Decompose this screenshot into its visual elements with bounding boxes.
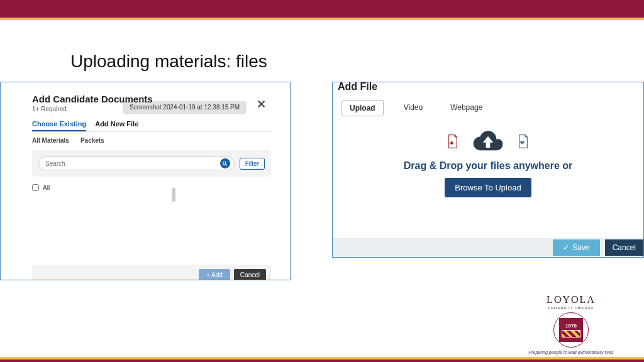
cancel-button[interactable]: Cancel	[234, 269, 266, 280]
seal-shield-icon	[562, 330, 580, 337]
loyola-branding: LOYOLA UNIVERSITY CHICAGO 1870 Preparing…	[508, 294, 634, 354]
tab-choose-existing[interactable]: Choose Existing	[32, 120, 86, 131]
modal-footer-right: ✓ Save Cancel	[333, 238, 643, 257]
logo-subtitle: UNIVERSITY CHICAGO	[508, 306, 634, 310]
screenshot-add-file: Add File Upload Video Webpage A	[332, 82, 644, 258]
university-seal: 1870	[553, 312, 589, 348]
secondary-tabs: All Materials Packets	[32, 137, 271, 144]
slide-title: Uploading materials: files	[70, 52, 267, 72]
svg-text:A: A	[450, 140, 453, 145]
browse-to-upload-button[interactable]: Browse To Upload	[445, 178, 531, 197]
modal-footer-left: + Add Cancel	[32, 265, 271, 280]
tab-webpage[interactable]: Webpage	[443, 100, 490, 116]
svg-text:W: W	[520, 140, 525, 145]
tab-add-new-file[interactable]: Add New File	[95, 120, 138, 131]
dropzone[interactable]: A W Drag & Drop your files anywhere or B…	[333, 126, 643, 197]
modal-title: Add File	[338, 82, 377, 92]
select-all-label: All	[43, 184, 50, 191]
search-icon[interactable]	[220, 158, 230, 168]
save-button[interactable]: ✓ Save	[553, 239, 599, 256]
tab-all-materials[interactable]: All Materials	[32, 137, 69, 144]
upload-tabs: Upload Video Webpage	[341, 100, 490, 116]
filter-button[interactable]: Filter	[240, 158, 265, 170]
footer-maroon-band	[0, 359, 644, 362]
seal-year: 1870	[565, 323, 577, 329]
modal-title: Add Candidate Documents	[32, 94, 271, 104]
primary-tabs: Choose Existing Add New File	[32, 120, 271, 132]
cancel-button[interactable]: Cancel	[605, 239, 643, 256]
search-row: Filter	[32, 150, 271, 177]
svg-line-1	[226, 164, 227, 165]
screenshot-add-candidate-documents: ✕ Screenshot 2024-01-19 at 12.38.15 PM A…	[0, 82, 291, 280]
drag-drop-text: Drag & Drop your files anywhere or	[404, 160, 573, 172]
tab-video[interactable]: Video	[396, 100, 430, 116]
cloud-upload-icon	[470, 129, 506, 154]
tab-upload[interactable]: Upload	[341, 100, 384, 116]
select-all-row: All	[32, 184, 271, 191]
search-input[interactable]	[45, 160, 220, 167]
logo-name: LOYOLA	[508, 294, 634, 305]
tagline: Preparing people to lead extraordinary l…	[508, 350, 634, 354]
tab-packets[interactable]: Packets	[80, 137, 104, 144]
word-icon: W	[517, 134, 530, 149]
modal-subtitle: 1+ Required	[32, 106, 271, 112]
check-icon: ✓	[563, 243, 569, 252]
header-gold-band	[0, 18, 644, 20]
select-all-checkbox[interactable]	[32, 184, 39, 191]
header-maroon-band	[0, 0, 644, 18]
pdf-icon: A	[447, 134, 459, 149]
scrollbar-thumb[interactable]	[172, 188, 175, 202]
svg-point-0	[223, 162, 226, 165]
file-type-icons: A W	[447, 129, 530, 154]
search-input-wrap	[38, 156, 235, 170]
save-label: Save	[572, 243, 589, 252]
add-button[interactable]: + Add	[199, 269, 230, 280]
